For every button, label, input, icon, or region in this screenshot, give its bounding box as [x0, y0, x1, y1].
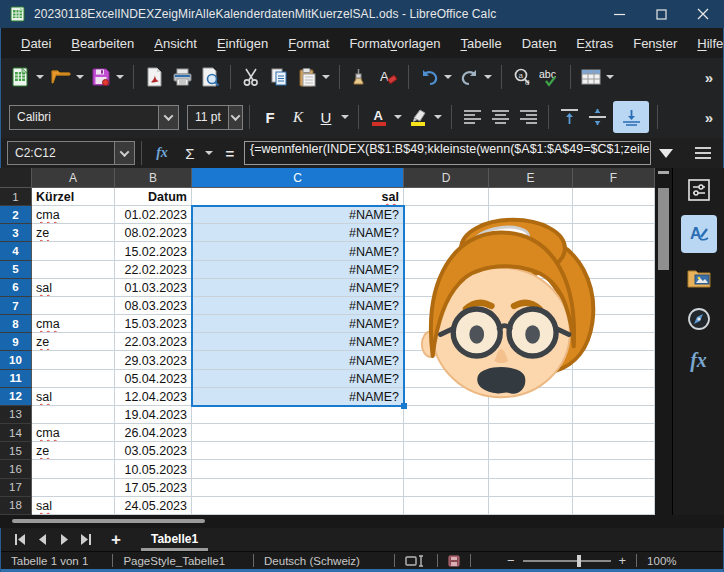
redo-button[interactable]	[457, 63, 481, 91]
cell-a10[interactable]	[32, 351, 115, 369]
row-header-16[interactable]: 16	[0, 460, 32, 478]
copy-button[interactable]	[267, 63, 291, 91]
cell-a5[interactable]	[32, 261, 115, 279]
menu-item-ansicht[interactable]: Ansicht	[144, 32, 207, 55]
formula-bar-menu-icon[interactable]	[695, 147, 711, 159]
zoom-slider[interactable]	[523, 560, 611, 562]
row-header-14[interactable]: 14	[0, 424, 32, 442]
cell-b12[interactable]: 12.04.2023	[115, 388, 192, 406]
align-bottom-button[interactable]	[613, 101, 649, 133]
cell-a1[interactable]: Kürzel	[32, 188, 115, 206]
cell-b17[interactable]: 17.05.2023	[115, 479, 192, 497]
center-vertically-button[interactable]	[585, 103, 609, 131]
cell-a17[interactable]	[32, 479, 115, 497]
horizontal-scrollbar[interactable]	[0, 515, 655, 528]
last-sheet-button[interactable]	[75, 531, 97, 549]
horizontal-scrollbar-thumb[interactable]	[12, 519, 205, 523]
sidebar-properties-button[interactable]: A	[681, 215, 717, 253]
align-center-button[interactable]	[488, 103, 512, 131]
page-style[interactable]: PageStyle_Tabelle1	[123, 555, 225, 567]
cell-d13[interactable]	[404, 406, 489, 424]
cell-c6[interactable]: #NAME?	[192, 279, 404, 297]
save-button[interactable]	[89, 63, 113, 91]
font-size-combo[interactable]: 11 pt	[187, 105, 243, 130]
italic-button[interactable]: K	[286, 103, 310, 131]
col-header-e[interactable]: E	[489, 168, 573, 188]
row-header-6[interactable]: 6	[0, 279, 32, 297]
align-left-button[interactable]	[460, 103, 484, 131]
row-header-5[interactable]: 5	[0, 261, 32, 279]
cell-a14[interactable]: cma	[32, 424, 115, 442]
cell-c8[interactable]: #NAME?	[192, 315, 404, 333]
cell-a15[interactable]: ze	[32, 442, 115, 460]
cell-b15[interactable]: 03.05.2023	[115, 442, 192, 460]
cell-b14[interactable]: 26.04.2023	[115, 424, 192, 442]
cell-c18[interactable]	[192, 497, 404, 515]
redo-dropdown[interactable]	[484, 75, 492, 79]
clear-formatting-button[interactable]: A	[376, 63, 400, 91]
open-dropdown[interactable]	[76, 75, 84, 79]
row-header-17[interactable]: 17	[0, 479, 32, 497]
expand-formula-bar-button[interactable]	[659, 149, 673, 158]
cell-d1[interactable]	[404, 188, 489, 206]
formatting-toolbar-overflow[interactable]: »	[705, 109, 723, 126]
cell-a8[interactable]: cma	[32, 315, 115, 333]
cell-c17[interactable]	[192, 479, 404, 497]
zoom-in-button[interactable]: +	[619, 553, 627, 568]
cell-b9[interactable]: 22.03.2023	[115, 333, 192, 351]
sheet-tab-tabelle1[interactable]: Tabelle1	[135, 529, 214, 551]
cell-a11[interactable]	[32, 370, 115, 388]
bold-button[interactable]: F	[258, 103, 282, 131]
highlight-color-dropdown[interactable]	[434, 115, 442, 119]
row-header-2[interactable]: 2	[0, 206, 32, 224]
cell-f15[interactable]	[573, 442, 655, 460]
row-header-4[interactable]: 4	[0, 242, 32, 260]
vertical-scrollbar-thumb[interactable]	[658, 188, 669, 270]
row-header-7[interactable]: 7	[0, 297, 32, 315]
cut-button[interactable]	[239, 63, 263, 91]
col-header-f[interactable]: F	[573, 168, 655, 188]
cell-a16[interactable]	[32, 460, 115, 478]
cell-b5[interactable]: 22.02.2023	[115, 261, 192, 279]
first-sheet-button[interactable]	[9, 531, 31, 549]
cell-f14[interactable]	[573, 424, 655, 442]
cell-c9[interactable]: #NAME?	[192, 333, 404, 351]
find-replace-button[interactable]: ad	[510, 63, 534, 91]
row-header-9[interactable]: 9	[0, 333, 32, 351]
cell-b13[interactable]: 19.04.2023	[115, 406, 192, 424]
font-name-combo[interactable]: Calibri	[9, 105, 179, 130]
cell-b1[interactable]: Datum	[115, 188, 192, 206]
align-top-button[interactable]	[557, 103, 581, 131]
sidebar-settings-button[interactable]	[681, 174, 717, 206]
spelling-button[interactable]: abc	[538, 63, 562, 91]
cell-b2[interactable]: 01.02.2023	[115, 206, 192, 224]
undo-dropdown[interactable]	[444, 75, 452, 79]
row-header-13[interactable]: 13	[0, 406, 32, 424]
cell-e16[interactable]	[489, 460, 573, 478]
cell-c1[interactable]: sal	[192, 188, 404, 206]
row-header-10[interactable]: 10	[0, 351, 32, 369]
cell-b18[interactable]: 24.05.2023	[115, 497, 192, 515]
row-header-11[interactable]: 11	[0, 370, 32, 388]
cell-f16[interactable]	[573, 460, 655, 478]
cell-c5[interactable]: #NAME?	[192, 261, 404, 279]
cell-e15[interactable]	[489, 442, 573, 460]
row-split-handle[interactable]	[658, 171, 669, 174]
menu-item-fenster[interactable]: Fenster	[623, 32, 687, 55]
cell-e17[interactable]	[489, 479, 573, 497]
save-dropdown[interactable]	[116, 75, 124, 79]
col-header-a[interactable]: A	[32, 168, 115, 188]
cell-c16[interactable]	[192, 460, 404, 478]
new-dropdown[interactable]	[36, 75, 44, 79]
menu-item-format[interactable]: Format	[278, 32, 339, 55]
cell-b4[interactable]: 15.02.2023	[115, 242, 192, 260]
table-grid-dropdown[interactable]	[606, 75, 614, 79]
menu-item-hilfe[interactable]: Hilfe	[687, 32, 724, 55]
cell-b7[interactable]: 08.03.2023	[115, 297, 192, 315]
cell-d17[interactable]	[404, 479, 489, 497]
menu-item-extras[interactable]: Extras	[566, 32, 623, 55]
underline-button[interactable]: U	[314, 103, 338, 131]
document-modified-icon[interactable]	[448, 555, 460, 567]
sidebar-navigator-button[interactable]	[681, 303, 717, 335]
font-color-dropdown[interactable]	[394, 115, 402, 119]
